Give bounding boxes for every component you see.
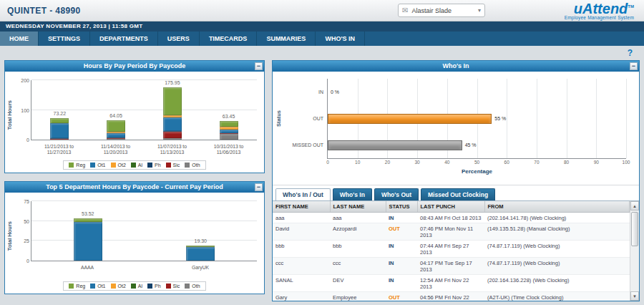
x-category-label: AAAA <box>31 263 144 281</box>
bar-column: 73.22 <box>31 80 88 140</box>
scroll-down-icon[interactable]: ▼ <box>630 291 639 301</box>
x-tick-label: 100 <box>623 160 630 165</box>
panel-header: Hours By Pay Period By Paycode − <box>5 61 264 72</box>
x-tick-label: 80 <box>564 160 569 165</box>
legend-item-ot2[interactable]: Ot2 <box>111 284 126 289</box>
bar-missed-out <box>328 140 462 150</box>
scrollbar-thumb[interactable] <box>631 212 638 246</box>
help-icon[interactable]: ? <box>628 48 633 58</box>
scroll-up-icon[interactable]: ▲ <box>630 201 639 210</box>
legend-item-oth[interactable]: Oth <box>185 284 200 289</box>
nav-tab-who-s-in[interactable]: WHO'S IN <box>316 32 365 46</box>
legend-item-al[interactable]: Al <box>131 163 142 168</box>
nav-tab-departments[interactable]: DEPARTMENTS <box>90 32 158 46</box>
app-root: QUINTET - 48990 ✉ Alastair Slade ▾ uAtte… <box>0 0 644 305</box>
tab-missed-out-clocking[interactable]: Missed Out Clocking <box>421 188 495 200</box>
top-header: QUINTET - 48990 ✉ Alastair Slade ▾ uAtte… <box>0 0 644 21</box>
collapse-icon[interactable]: − <box>630 62 638 70</box>
collapse-icon[interactable]: − <box>255 183 263 191</box>
legend-label: Reg <box>76 163 85 168</box>
plot-area: 010020073.2264.05175.9563.45 <box>31 80 257 140</box>
tab-who-s-out[interactable]: Who's Out <box>374 188 419 200</box>
x-axis-labels: 11/21/2013 to 11/27/201311/14/2013 to 11… <box>31 142 257 160</box>
panel-header: Who's In − <box>273 61 639 72</box>
table-scrollbar[interactable]: ▲ ▼ <box>630 201 639 301</box>
panel-top5-departments: Top 5 Department Hours By Paycode - Curr… <box>4 181 265 294</box>
legend-swatch <box>147 284 152 289</box>
legend-item-sic[interactable]: Sic <box>166 284 180 289</box>
legend-item-ph[interactable]: Ph <box>147 163 161 168</box>
legend-swatch <box>131 284 136 289</box>
column-header-status[interactable]: STATUS <box>386 201 417 213</box>
x-category-label: 11/14/2013 to 11/20/2013 <box>87 142 144 160</box>
first-name-cell: bbb <box>273 241 330 258</box>
column-header-first-name[interactable]: FIRST NAME <box>273 201 330 213</box>
user-dropdown[interactable]: ✉ Alastair Slade ▾ <box>398 4 485 17</box>
bar-segment-ot1 <box>163 117 182 131</box>
legend-item-al[interactable]: Al <box>131 284 142 289</box>
legend-item-oth[interactable]: Oth <box>185 163 200 168</box>
x-tick-label: 20 <box>385 160 390 165</box>
bar-row: OUT55 % <box>328 113 626 125</box>
trademark: TM <box>628 4 634 9</box>
legend-item-reg[interactable]: Reg <box>69 163 85 168</box>
bar-row: MISSED OUT45 % <box>328 140 626 151</box>
last-name-cell: Employee <box>330 292 386 301</box>
legend-item-reg[interactable]: Reg <box>69 284 85 289</box>
table-row[interactable]: ccccccIN04:17 PM Tue Sep 17 2013(74.87.1… <box>273 258 630 275</box>
panel-header: Top 5 Department Hours By Paycode - Curr… <box>5 182 264 193</box>
legend-swatch <box>185 284 190 289</box>
bar: 19.30 <box>186 246 215 261</box>
table-row[interactable]: DavidAzzopardiOUT07:46 PM Mon Nov 11 201… <box>273 223 630 241</box>
category-label: MISSED OUT <box>276 142 323 147</box>
first-name-cell: ccc <box>273 258 330 275</box>
legend-item-ph[interactable]: Ph <box>147 284 161 289</box>
tab-who-s-in-out[interactable]: Who's In / Out <box>275 188 331 200</box>
nav-tab-home[interactable]: HOME <box>0 32 39 46</box>
column-header-last-name[interactable]: LAST NAME <box>330 201 386 213</box>
x-tick-label: 10 <box>355 160 360 165</box>
legend-swatch <box>147 163 152 168</box>
nav-tab-timecards[interactable]: TIMECARDS <box>200 32 258 46</box>
left-column: Hours By Pay Period By Paycode − Total H… <box>4 60 265 294</box>
dashboard-columns: Hours By Pay Period By Paycode − Total H… <box>4 46 640 301</box>
bar-value-label: 64.05 <box>109 113 122 118</box>
brand-name: uAttendTM <box>565 1 634 15</box>
last-name-cell: ccc <box>330 258 386 275</box>
last-punch-cell: 07:44 AM Fri Sep 27 2013 <box>417 241 484 258</box>
mail-icon: ✉ <box>402 6 408 14</box>
first-name-cell: aaa <box>273 213 330 223</box>
column-header-from[interactable]: FROM <box>484 201 630 213</box>
nav-tab-users[interactable]: USERS <box>158 32 200 46</box>
table-row[interactable]: aaaaaaIN08:43 AM Fri Oct 18 2013(202.164… <box>273 213 630 223</box>
legend-swatch <box>185 163 190 168</box>
table-row[interactable]: SANALDEVIN12:54 AM Fri Nov 22 2013(202.1… <box>273 275 630 292</box>
collapse-icon[interactable]: − <box>255 62 263 70</box>
table-row[interactable]: bbbbbbIN07:44 AM Fri Sep 27 2013(74.87.1… <box>273 241 630 258</box>
nav-tab-settings[interactable]: SETTINGS <box>39 32 90 46</box>
legend-item-sic[interactable]: Sic <box>166 163 180 168</box>
table-row[interactable]: GaryEmployeeOUT04:56 PM Fri Nov 22 2013(… <box>273 292 630 301</box>
legend-label: Ot1 <box>97 284 105 289</box>
legend-label: Ph <box>155 163 161 168</box>
column-header-last-punch[interactable]: LAST PUNCH <box>417 201 484 213</box>
legend-item-ot2[interactable]: Ot2 <box>111 163 126 168</box>
status-cell: IN <box>386 241 417 258</box>
y-tick-label: 100 <box>21 107 29 112</box>
bar-segment-sic <box>50 139 69 140</box>
legend-item-ot1[interactable]: Ot1 <box>90 163 105 168</box>
last-punch-cell: 12:54 AM Fri Nov 22 2013 <box>417 275 484 292</box>
bar-segment-reg <box>50 118 69 123</box>
y-axis-label: Total Hours <box>6 100 13 130</box>
first-name-cell: David <box>273 223 330 241</box>
nav-tab-summaries[interactable]: SUMMARIES <box>257 32 316 46</box>
whos-in-status-chart: Status0102030405060708090100IN0 %OUT55 %… <box>273 72 639 185</box>
y-axis-label: Total Hours <box>6 221 13 251</box>
right-column: Who's In − Status0102030405060708090100I… <box>272 60 640 301</box>
bar: 73.22 <box>50 118 69 140</box>
bar-column: 53.52 <box>31 201 145 261</box>
legend-item-ot1[interactable]: Ot1 <box>90 284 105 289</box>
legend-swatch <box>111 163 116 168</box>
tab-who-s-in[interactable]: Who's In <box>333 188 372 200</box>
y-tick-label: 0 <box>26 258 29 263</box>
